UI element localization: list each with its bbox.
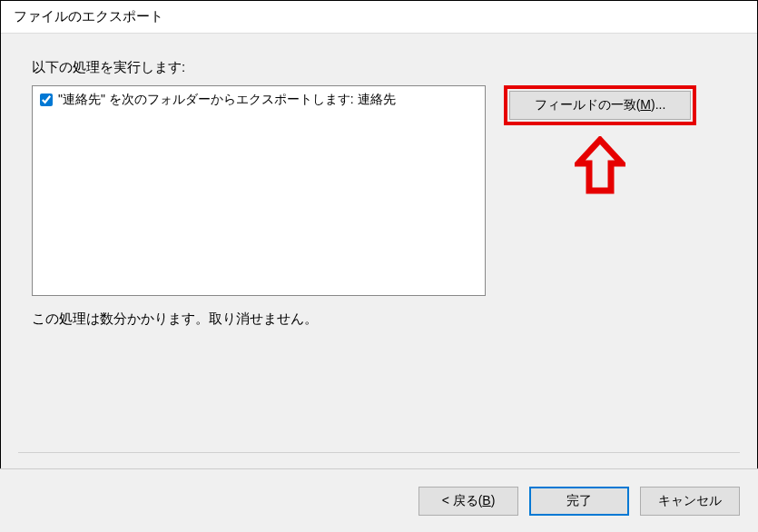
list-item[interactable]: "連絡先" を次のフォルダーからエクスポートします: 連絡先 xyxy=(36,90,481,110)
highlight-box: フィールドの一致(M)... xyxy=(504,85,696,125)
dialog-title: ファイルのエクスポート xyxy=(1,1,757,34)
dialog-title-text: ファイルのエクスポート xyxy=(14,8,163,24)
instruction-label: 以下の処理を実行します: xyxy=(32,59,726,76)
separator-line xyxy=(18,452,740,453)
list-item-label: "連絡先" を次のフォルダーからエクスポートします: 連絡先 xyxy=(58,92,396,108)
note-label: この処理は数分かかります。取り消せません。 xyxy=(32,310,726,328)
right-column: フィールドの一致(M)... xyxy=(504,85,726,125)
dialog-content: 以下の処理を実行します: "連絡先" を次のフォルダーからエクスポートします: … xyxy=(1,34,757,464)
finish-button[interactable]: 完了 xyxy=(529,487,629,516)
back-button[interactable]: < 戻る(B) xyxy=(418,487,518,516)
map-fields-button[interactable]: フィールドの一致(M)... xyxy=(509,91,691,120)
cancel-button[interactable]: キャンセル xyxy=(640,487,740,516)
button-bar: < 戻る(B) 完了 キャンセル xyxy=(0,468,758,532)
main-row: "連絡先" を次のフォルダーからエクスポートします: 連絡先 フィールドの一致(… xyxy=(32,85,726,296)
arrow-up-icon xyxy=(575,136,625,201)
actions-list[interactable]: "連絡先" を次のフォルダーからエクスポートします: 連絡先 xyxy=(32,85,486,296)
export-checkbox[interactable] xyxy=(40,94,53,106)
